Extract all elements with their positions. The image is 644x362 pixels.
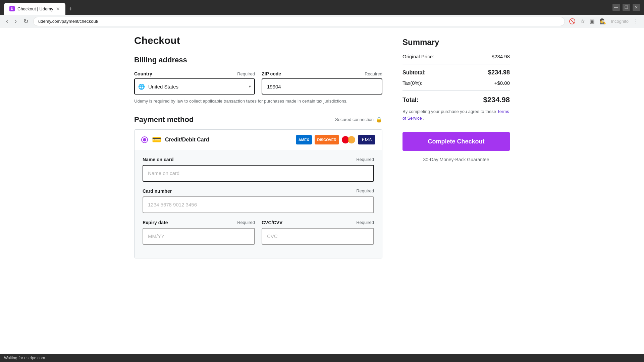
- card-number-header: Card number Required: [143, 188, 374, 194]
- zip-required: Required: [365, 71, 382, 76]
- subtotal-row: Subtotal: $234.98: [402, 69, 510, 76]
- tax-notice: Udemy is required by law to collect appl…: [134, 98, 382, 105]
- cvc-label: CVC/CVV: [262, 220, 282, 225]
- payment-card: 💳 Credit/Debit Card AMEX DISCOVER VISA: [134, 129, 382, 258]
- tab-favicon: U: [9, 6, 15, 11]
- lock-icon: 🔒: [376, 116, 382, 123]
- amex-logo: AMEX: [296, 135, 312, 144]
- page-content: Checkout Billing address Country Require…: [121, 28, 523, 273]
- total-value: $234.98: [483, 96, 510, 104]
- country-required: Required: [237, 71, 255, 76]
- card-form: Name on card Required Card number Requir…: [135, 150, 382, 258]
- money-back-text: 30-Day Money-Back Guarantee: [402, 157, 510, 162]
- incognito-icon: 🕵: [598, 17, 607, 26]
- browser-tabs: U Checkout | Udemy ✕ +: [4, 0, 607, 15]
- refresh-button[interactable]: ↻: [21, 16, 31, 26]
- secured-connection: Secured connection 🔒: [335, 116, 382, 123]
- radio-inner: [143, 138, 146, 141]
- payment-header: Payment method Secured connection 🔒: [134, 115, 382, 124]
- summary-section: Summary Original Price: $234.98 Subtotal…: [402, 35, 510, 266]
- browser-toolbar: ‹ › ↻ udemy.com/payment/checkout/ 🚫 ☆ ▣ …: [0, 15, 644, 28]
- close-button[interactable]: ✕: [633, 4, 640, 11]
- tax-row: Tax(0%): +$0.00: [402, 80, 510, 86]
- card-number-field: Card number Required: [143, 188, 374, 213]
- back-button[interactable]: ‹: [4, 16, 10, 26]
- expiry-input[interactable]: [143, 228, 255, 245]
- tax-value: +$0.00: [494, 80, 510, 86]
- star-icon[interactable]: ☆: [579, 17, 586, 26]
- original-price-row: Original Price: $234.98: [402, 54, 510, 59]
- visa-logo: VISA: [358, 135, 375, 144]
- sidebar-icon[interactable]: ▣: [588, 17, 596, 26]
- mc-right: [348, 136, 355, 143]
- zip-input[interactable]: [262, 78, 382, 95]
- subtotal-label: Subtotal:: [402, 70, 426, 76]
- country-label: Country: [134, 71, 152, 76]
- card-number-label: Card number: [143, 188, 172, 194]
- payment-section: Payment method Secured connection 🔒 💳 Cr…: [134, 115, 382, 258]
- billing-section-title: Billing address: [134, 56, 382, 64]
- zip-label: ZIP code: [262, 71, 281, 76]
- name-on-card-input[interactable]: [143, 165, 374, 182]
- summary-divider-1: [402, 64, 510, 64]
- zip-field-group: ZIP code Required: [262, 71, 382, 95]
- expiry-field: Expiry date Required: [143, 220, 255, 245]
- original-price-value: $234.98: [492, 54, 510, 59]
- card-icon: 💳: [152, 135, 161, 144]
- zip-field-header: ZIP code Required: [262, 71, 382, 76]
- main-section: Checkout Billing address Country Require…: [134, 35, 402, 266]
- cvc-field: CVC/CVV Required: [262, 220, 374, 245]
- browser-tab-active[interactable]: U Checkout | Udemy ✕: [4, 3, 65, 15]
- country-select-wrapper: 🌐 United States Canada United Kingdom ▾: [134, 78, 255, 95]
- country-field-group: Country Required 🌐 United States Canada …: [134, 71, 255, 95]
- total-label: Total:: [402, 97, 419, 104]
- subtotal-value: $234.98: [488, 69, 510, 76]
- secured-label: Secured connection: [335, 117, 374, 122]
- name-required: Required: [356, 157, 374, 162]
- country-select[interactable]: United States Canada United Kingdom: [134, 78, 255, 95]
- original-price-label: Original Price:: [402, 54, 434, 59]
- incognito-label: Incognito: [609, 17, 630, 25]
- summary-title: Summary: [402, 38, 510, 47]
- country-field-header: Country Required: [134, 71, 255, 76]
- maximize-button[interactable]: ❐: [623, 4, 630, 11]
- expiry-cvc-row: Expiry date Required CVC/CVV Required: [143, 220, 374, 251]
- name-label: Name on card: [143, 157, 174, 162]
- expiry-required: Required: [237, 220, 255, 225]
- address-url: udemy.com/payment/checkout/: [38, 19, 98, 24]
- mastercard-logo: [342, 135, 355, 144]
- credit-card-radio[interactable]: [141, 136, 148, 143]
- eye-slash-icon: 🚫: [568, 17, 577, 26]
- minimize-button[interactable]: —: [612, 4, 620, 11]
- payment-option-credit-card[interactable]: 💳 Credit/Debit Card AMEX DISCOVER VISA: [135, 130, 382, 150]
- address-bar[interactable]: udemy.com/payment/checkout/: [33, 17, 565, 26]
- toolbar-icons: 🚫 ☆ ▣ 🕵 Incognito ⋮: [568, 17, 640, 26]
- billing-field-row: Country Required 🌐 United States Canada …: [134, 71, 382, 95]
- tax-label: Tax(0%):: [402, 80, 422, 86]
- discover-logo: DISCOVER: [315, 135, 339, 144]
- card-number-required: Required: [356, 188, 374, 193]
- forward-button[interactable]: ›: [13, 16, 19, 26]
- menu-icon[interactable]: ⋮: [632, 17, 640, 26]
- new-tab-button[interactable]: +: [65, 4, 76, 15]
- terms-text: By completing your purchase you agree to…: [402, 108, 510, 121]
- tab-title: Checkout | Udemy: [17, 6, 53, 11]
- payment-section-title: Payment method: [134, 115, 194, 124]
- billing-section: Billing address Country Required 🌐 Unite…: [134, 56, 382, 105]
- total-row: Total: $234.98: [402, 96, 510, 104]
- browser-chrome: U Checkout | Udemy ✕ + — ❐ ✕: [0, 0, 644, 15]
- summary-divider-2: [402, 90, 510, 91]
- cvc-header: CVC/CVV Required: [262, 220, 374, 225]
- cvc-required: Required: [356, 220, 374, 225]
- cvc-input[interactable]: [262, 228, 374, 245]
- window-controls: — ❐ ✕: [612, 4, 640, 11]
- card-logos: AMEX DISCOVER VISA: [296, 135, 375, 144]
- expiry-header: Expiry date Required: [143, 220, 255, 225]
- tab-close-button[interactable]: ✕: [56, 6, 60, 11]
- payment-option-left: 💳 Credit/Debit Card: [141, 135, 292, 144]
- name-on-card-field: Name on card Required: [143, 157, 374, 182]
- complete-checkout-button[interactable]: Complete Checkout: [402, 132, 510, 151]
- payment-option-label: Credit/Debit Card: [165, 137, 209, 143]
- expiry-label: Expiry date: [143, 220, 168, 225]
- card-number-input[interactable]: [143, 196, 374, 213]
